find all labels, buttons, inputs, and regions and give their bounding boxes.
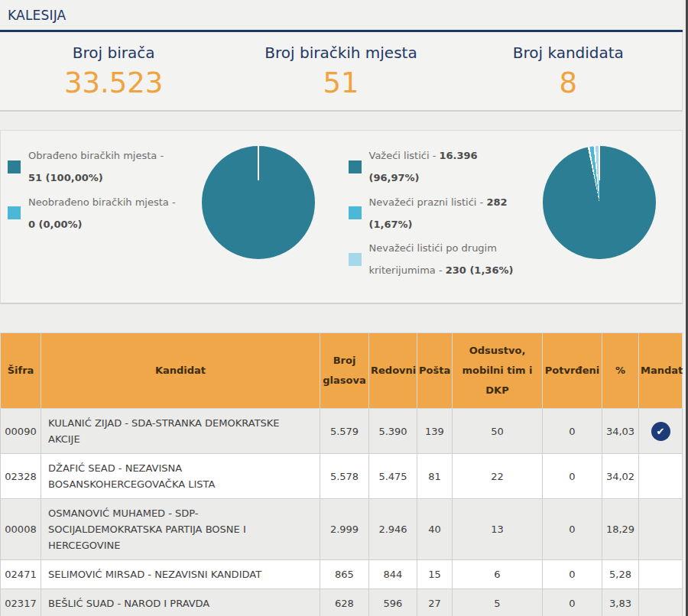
stat-value: 33.523 <box>0 66 227 99</box>
candidate-results-table: ŠifraKandidatBroj glasovaRedovniPoštaOds… <box>0 332 683 616</box>
charts-panel: Obrađeno biračkih mjesta - 51 (100,00%)N… <box>0 130 683 304</box>
column-header: Broj glasova <box>320 333 369 409</box>
results-page: KALESIJA Broj birača33.523Broj biračkih … <box>0 0 683 616</box>
cell-posta: 40 <box>417 499 453 560</box>
cell-sifra: 00008 <box>1 499 41 560</box>
cell-mandat <box>639 560 683 589</box>
cell-kandidat: OSMANOVIĆ MUHAMED - SDP-SOCIJALDEMOKRATS… <box>41 499 320 560</box>
cell-kandidat: DŽAFIĆ SEAD - NEZAVISNA BOSANSKOHERCEGOV… <box>41 454 320 499</box>
table-row: 02471SELIMOVIĆ MIRSAD - NEZAVISNI KANDID… <box>1 560 683 589</box>
ballots-chart-block: Važeći listići - 16.396 (96,97%)Nevažeći… <box>342 138 683 303</box>
legend-swatch-icon <box>8 160 21 173</box>
column-header: Redovni <box>369 333 417 409</box>
stat-label: Broj kandidata <box>455 44 682 62</box>
legend-swatch-icon <box>349 206 362 219</box>
cell-glasova: 865 <box>320 560 369 589</box>
cell-mandat <box>639 499 683 560</box>
cell-odsustvo: 50 <box>453 409 543 454</box>
table-row: 02317BEŠLIĆ SUAD - NAROD I PRAVDA6285962… <box>1 589 683 616</box>
cell-glasova: 5.578 <box>320 454 369 499</box>
processing-chart-legend: Obrađeno biračkih mjesta - 51 (100,00%)N… <box>1 138 177 237</box>
cell-glasova: 628 <box>320 589 369 616</box>
stat-value: 51 <box>227 66 454 99</box>
legend-item: Obrađeno biračkih mjesta - 51 (100,00%) <box>8 144 177 190</box>
stat-label: Broj biračkih mjesta <box>227 44 454 62</box>
cell-potvrdjeni: 0 <box>543 409 602 454</box>
cell-glasova: 2.999 <box>320 499 369 560</box>
stat-label: Broj birača <box>0 44 227 62</box>
ballots-pie-chart <box>543 146 656 259</box>
legend-item: Nevažeći prazni listići - 282 (1,67%) <box>349 191 518 236</box>
legend-swatch-icon <box>349 253 362 266</box>
cell-potvrdjeni: 0 <box>543 499 602 560</box>
cell-potvrdjeni: 0 <box>543 560 602 589</box>
cell-posta: 139 <box>417 409 453 454</box>
stat-box-1: Broj biračkih mjesta51 <box>227 44 454 99</box>
stat-box-0: Broj birača33.523 <box>0 44 227 99</box>
cell-redovni: 5.390 <box>369 409 417 454</box>
cell-posta: 27 <box>417 589 453 616</box>
cell-posta: 81 <box>417 454 453 499</box>
summary-stats-panel: Broj birača33.523Broj biračkih mjesta51B… <box>0 32 683 112</box>
cell-potvrdjeni: 0 <box>543 454 602 499</box>
cell-glasova: 5.579 <box>320 409 369 454</box>
cell-redovni: 844 <box>369 560 417 589</box>
cell-odsustvo: 6 <box>453 560 543 589</box>
column-header: Odsustvo, mobilni tim i DKP <box>453 333 543 409</box>
legend-item: Nevažeći listići po drugim kriterijumima… <box>349 237 518 282</box>
legend-label: Nevažeći prazni listići - 282 (1,67%) <box>369 191 518 236</box>
column-header: Šifra <box>1 333 41 409</box>
cell-sifra: 02317 <box>1 589 41 616</box>
title-bar: KALESIJA <box>0 0 683 30</box>
cell-pct: 18,29 <box>602 499 639 560</box>
column-header: Mandat <box>639 333 683 409</box>
legend-item: Važeći listići - 16.396 (96,97%) <box>349 144 518 190</box>
mandate-check-icon: ✔ <box>651 422 670 441</box>
legend-label: Važeći listići - 16.396 (96,97%) <box>369 144 518 190</box>
cell-posta: 15 <box>417 560 453 589</box>
cell-pct: 5,28 <box>602 560 639 589</box>
cell-potvrdjeni: 0 <box>543 589 602 616</box>
cell-sifra: 02328 <box>1 454 41 499</box>
legend-swatch-icon <box>349 160 362 173</box>
cell-kandidat: SELIMOVIĆ MIRSAD - NEZAVISNI KANDIDAT <box>41 560 320 589</box>
cell-mandat: ✔ <box>639 409 683 454</box>
ballots-chart-legend: Važeći listići - 16.396 (96,97%)Nevažeći… <box>342 138 518 284</box>
cell-redovni: 5.475 <box>369 454 417 499</box>
column-header: Pošta <box>417 333 453 409</box>
table-row: 00090KULANIĆ ZIJAD - SDA-STRANKA DEMOKRA… <box>1 409 683 454</box>
cell-mandat <box>639 454 683 499</box>
column-header: % <box>602 333 639 409</box>
cell-mandat <box>639 589 683 616</box>
page-title: KALESIJA <box>8 8 66 23</box>
processing-pie-chart <box>202 146 315 259</box>
column-header: Potvrđeni <box>543 333 602 409</box>
processing-chart-block: Obrađeno biračkih mjesta - 51 (100,00%)N… <box>1 138 342 303</box>
cell-odsustvo: 22 <box>453 454 543 499</box>
table-header-row: ŠifraKandidatBroj glasovaRedovniPoštaOds… <box>1 333 683 409</box>
cell-redovni: 596 <box>369 589 417 616</box>
cell-pct: 34,02 <box>602 454 639 499</box>
cell-odsustvo: 13 <box>453 499 543 560</box>
legend-swatch-icon <box>8 206 21 219</box>
stat-box-2: Broj kandidata8 <box>455 44 682 99</box>
table-row: 02328DŽAFIĆ SEAD - NEZAVISNA BOSANSKOHER… <box>1 454 683 499</box>
column-header: Kandidat <box>41 333 320 409</box>
table-row: 00008OSMANOVIĆ MUHAMED - SDP-SOCIJALDEMO… <box>1 499 683 560</box>
cell-kandidat: KULANIĆ ZIJAD - SDA-STRANKA DEMOKRATSKE … <box>41 409 320 454</box>
legend-item: Neobrađeno biračkih mjesta - 0 (0,00%) <box>8 191 177 236</box>
cell-sifra: 02471 <box>1 560 41 589</box>
stat-value: 8 <box>455 66 682 99</box>
legend-label: Obrađeno biračkih mjesta - 51 (100,00%) <box>28 144 177 190</box>
cell-odsustvo: 5 <box>453 589 543 616</box>
cell-sifra: 00090 <box>1 409 41 454</box>
cell-pct: 3,83 <box>602 589 639 616</box>
legend-label: Neobrađeno biračkih mjesta - 0 (0,00%) <box>28 191 177 236</box>
cell-redovni: 2.946 <box>369 499 417 560</box>
legend-label: Nevažeći listići po drugim kriterijumima… <box>369 237 518 282</box>
cell-kandidat: BEŠLIĆ SUAD - NAROD I PRAVDA <box>41 589 320 616</box>
cell-pct: 34,03 <box>602 409 639 454</box>
